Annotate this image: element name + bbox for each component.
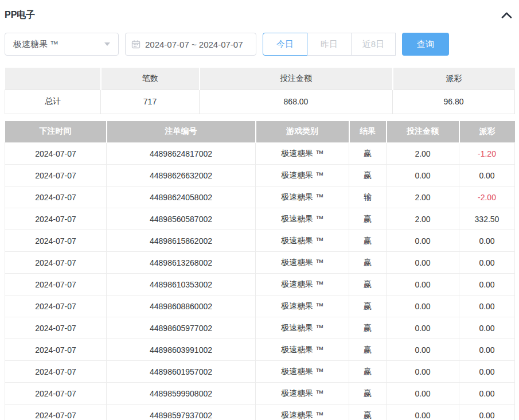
cell-game-type: 极速糖果 ™ [256,274,349,295]
cell-bet-id: 44898615862002 [107,230,256,252]
summary-total-bet-amount: 868.00 [200,90,393,114]
cell-result: 赢 [349,230,387,252]
cell-bet-id: 44898601957002 [107,361,256,383]
date-range-picker[interactable]: 2024-07-07 ~ 2024-07-07 [125,33,256,56]
cell-payout: 0.00 [459,383,515,405]
cell-bet-time: 2024-07-07 [5,186,107,208]
cell-bet-amount: 0.00 [387,339,459,361]
summary-header-bet-amount: 投注金额 [200,68,393,90]
cell-payout: 0.00 [459,339,515,361]
summary-table-body: 总计 717 868.00 96.80 [5,90,515,114]
cell-bet-amount: 2.00 [387,208,459,230]
cell-bet-time: 2024-07-07 [5,143,107,165]
records-table: 下注时间 注单编号 游戏类别 结果 投注金额 派彩 2024-07-07 448… [5,121,515,420]
cell-game-type: 极速糖果 ™ [256,361,349,383]
cell-bet-time: 2024-07-07 [5,339,107,361]
summary-total-count: 717 [101,90,200,114]
cell-game-type: 极速糖果 ™ [256,317,349,339]
calendar-icon [131,40,141,49]
cell-payout: -1.20 [459,143,515,165]
cell-payout: 0.00 [459,274,515,295]
table-row: 2024-07-07 44898610353002 极速糖果 ™ 赢 0.00 … [5,274,515,295]
cell-bet-amount: 0.00 [387,230,459,252]
game-select[interactable]: 极速糖果 ™ [5,33,119,56]
records-header-row: 下注时间 注单编号 游戏类别 结果 投注金额 派彩 [5,121,515,143]
cell-bet-time: 2024-07-07 [5,405,107,420]
cell-bet-id: 44898560587002 [107,208,256,230]
cell-bet-id: 44898613268002 [107,252,256,274]
cell-game-type: 极速糖果 ™ [256,186,349,208]
panel-header: PP电子 [5,9,514,21]
cell-game-type: 极速糖果 ™ [256,339,349,361]
cell-bet-id: 44898597937002 [107,405,256,420]
records-header-payout: 派彩 [459,121,515,143]
cell-payout: 0.00 [459,317,515,339]
records-table-head: 下注时间 注单编号 游戏类别 结果 投注金额 派彩 [5,121,515,143]
summary-total-label: 总计 [5,90,101,114]
table-row: 2024-07-07 44898599908002 极速糖果 ™ 赢 0.00 … [5,383,515,405]
cell-game-type: 极速糖果 ™ [256,383,349,405]
cell-bet-amount: 0.00 [387,405,459,420]
summary-total-payout: 96.80 [393,90,515,114]
table-row: 2024-07-07 44898626632002 极速糖果 ™ 赢 0.00 … [5,165,515,186]
cell-bet-id: 44898624058002 [107,186,256,208]
cell-bet-time: 2024-07-07 [5,165,107,186]
cell-result: 赢 [349,317,387,339]
cell-bet-amount: 0.00 [387,295,459,317]
caret-down-icon [104,42,110,46]
cell-bet-amount: 0.00 [387,317,459,339]
cell-bet-amount: 0.00 [387,252,459,274]
cell-game-type: 极速糖果 ™ [256,230,349,252]
cell-bet-time: 2024-07-07 [5,317,107,339]
cell-game-type: 极速糖果 ™ [256,165,349,186]
cell-game-type: 极速糖果 ™ [256,252,349,274]
cell-result: 赢 [349,339,387,361]
cell-bet-id: 44898605977002 [107,317,256,339]
date-range-value: 2024-07-07 ~ 2024-07-07 [145,40,243,49]
cell-payout: 0.00 [459,230,515,252]
cell-bet-time: 2024-07-07 [5,361,107,383]
quick-range-button[interactable]: 今日 [263,33,307,56]
summary-table-head: 笔数 投注金额 派彩 [5,68,515,90]
cell-result: 赢 [349,208,387,230]
table-row: 2024-07-07 44898608860002 极速糖果 ™ 赢 0.00 … [5,295,515,317]
cell-bet-time: 2024-07-07 [5,252,107,274]
records-header-bet-time: 下注时间 [5,121,107,143]
game-select-value: 极速糖果 ™ [13,39,58,50]
panel-title: PP电子 [5,9,35,21]
cell-bet-time: 2024-07-07 [5,208,107,230]
table-row: 2024-07-07 44898597937002 极速糖果 ™ 赢 0.00 … [5,405,515,420]
cell-result: 赢 [349,361,387,383]
quick-range-button[interactable]: 昨日 [307,33,352,56]
cell-result: 输 [349,186,387,208]
cell-result: 赢 [349,274,387,295]
cell-payout: 0.00 [459,295,515,317]
table-row: 2024-07-07 44898615862002 极速糖果 ™ 赢 0.00 … [5,230,515,252]
table-row: 2024-07-07 44898605977002 极速糖果 ™ 赢 0.00 … [5,317,515,339]
cell-payout: 0.00 [459,252,515,274]
cell-bet-amount: 0.00 [387,383,459,405]
cell-bet-time: 2024-07-07 [5,274,107,295]
cell-bet-id: 44898624817002 [107,143,256,165]
cell-bet-time: 2024-07-07 [5,383,107,405]
cell-result: 赢 [349,143,387,165]
cell-bet-amount: 0.00 [387,361,459,383]
table-row: 2024-07-07 44898560587002 极速糖果 ™ 赢 2.00 … [5,208,515,230]
cell-result: 赢 [349,165,387,186]
panel: PP电子 极速糖果 ™ [0,9,519,420]
records-header-bet-id: 注单编号 [107,121,256,143]
summary-header-row: 笔数 投注金额 派彩 [5,68,515,90]
collapse-button[interactable] [499,11,514,20]
summary-header-blank [5,68,101,90]
chevron-up-icon [501,11,512,20]
search-button[interactable]: 查询 [402,33,449,56]
cell-payout: 0.00 [459,361,515,383]
cell-bet-id: 44898610353002 [107,274,256,295]
cell-result: 赢 [349,383,387,405]
table-row: 2024-07-07 44898603991002 极速糖果 ™ 赢 0.00 … [5,339,515,361]
summary-header-payout: 派彩 [393,68,515,90]
quick-range-button[interactable]: 近8日 [351,33,396,56]
cell-game-type: 极速糖果 ™ [256,405,349,420]
cell-bet-amount: 2.00 [387,186,459,208]
cell-bet-time: 2024-07-07 [5,230,107,252]
